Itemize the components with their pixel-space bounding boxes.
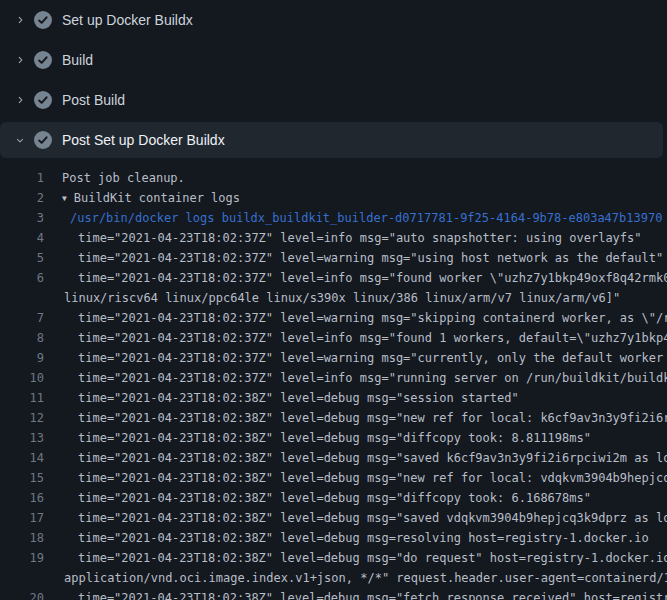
log-line-text: time="2021-04-23T18:02:37Z" level=warnin… — [44, 348, 667, 368]
log-row: 12 time="2021-04-23T18:02:38Z" level=deb… — [0, 408, 667, 428]
log-row: 1 Post job cleanup. — [0, 168, 667, 188]
line-number[interactable]: 9 — [0, 348, 44, 368]
line-number[interactable]: 2 — [0, 188, 44, 208]
log-line-text: time="2021-04-23T18:02:37Z" level=warnin… — [44, 248, 663, 268]
line-number[interactable]: 1 — [0, 168, 44, 188]
log-line-content: time="2021-04-23T18:02:37Z" level=info m… — [78, 271, 667, 285]
log-line-text: Post job cleanup. — [44, 168, 185, 188]
log-line-text: time="2021-04-23T18:02:38Z" level=debug … — [44, 488, 591, 508]
chevron-right-icon — [12, 92, 28, 108]
log-row: 15 time="2021-04-23T18:02:38Z" level=deb… — [0, 468, 667, 488]
line-number[interactable]: 7 — [0, 308, 44, 328]
line-number[interactable]: 5 — [0, 248, 44, 268]
log-line-content: time="2021-04-23T18:02:38Z" level=debug … — [78, 431, 591, 445]
line-number[interactable]: 12 — [0, 408, 44, 428]
log-line-text: linux/riscv64 linux/ppc64le linux/s390x … — [44, 288, 620, 308]
log-line-content: BuildKit container logs — [74, 191, 240, 205]
log-line-content: linux/riscv64 linux/ppc64le linux/s390x … — [64, 291, 620, 305]
line-number[interactable]: 8 — [0, 328, 44, 348]
log-row: 4 time="2021-04-23T18:02:37Z" level=info… — [0, 228, 667, 248]
step-title: Post Build — [62, 92, 125, 108]
step-section-header[interactable]: Build — [0, 40, 667, 80]
line-number[interactable]: 20 — [0, 588, 44, 600]
log-line-text: time="2021-04-23T18:02:38Z" level=debug … — [44, 508, 667, 528]
log-line-text: /usr/bin/docker logs buildx_buildkit_bui… — [44, 208, 662, 228]
log-line-text: time="2021-04-23T18:02:38Z" level=debug … — [44, 428, 591, 448]
log-line-text: time="2021-04-23T18:02:37Z" level=info m… — [44, 368, 667, 388]
line-number[interactable] — [0, 288, 44, 308]
log-line-content: time="2021-04-23T18:02:37Z" level=info m… — [78, 331, 667, 345]
log-line-content: time="2021-04-23T18:02:38Z" level=debug … — [78, 451, 667, 465]
log-line-content: time="2021-04-23T18:02:38Z" level=debug … — [78, 511, 667, 525]
log-row: linux/riscv64 linux/ppc64le linux/s390x … — [0, 288, 667, 308]
log-line-text: time="2021-04-23T18:02:37Z" level=info m… — [44, 268, 667, 288]
line-number[interactable]: 4 — [0, 228, 44, 248]
log-line-text: application/vnd.oci.image.index.v1+json,… — [44, 568, 667, 588]
step-section-header[interactable]: Post Build — [0, 80, 667, 120]
log-line-content: time="2021-04-23T18:02:37Z" level=warnin… — [78, 311, 667, 325]
log-line-content: application/vnd.oci.image.index.v1+json,… — [64, 571, 667, 585]
log-line-content: time="2021-04-23T18:02:38Z" level=debug … — [78, 591, 667, 600]
step-title: Set up Docker Buildx — [62, 12, 193, 28]
log-row: 3 /usr/bin/docker logs buildx_buildkit_b… — [0, 208, 667, 228]
chevron-down-icon — [12, 132, 28, 148]
log-line-content: time="2021-04-23T18:02:37Z" level=warnin… — [78, 251, 663, 265]
log-row: 18 time="2021-04-23T18:02:38Z" level=deb… — [0, 528, 667, 548]
log-line-content: time="2021-04-23T18:02:38Z" level=debug … — [78, 471, 667, 485]
chevron-right-icon — [12, 52, 28, 68]
log-row: 10 time="2021-04-23T18:02:37Z" level=inf… — [0, 368, 667, 388]
line-number[interactable]: 16 — [0, 488, 44, 508]
log-line-content: time="2021-04-23T18:02:38Z" level=debug … — [78, 411, 667, 425]
line-number[interactable]: 18 — [0, 528, 44, 548]
log-line-text: time="2021-04-23T18:02:38Z" level=debug … — [44, 528, 649, 548]
log-line-content: time="2021-04-23T18:02:38Z" level=debug … — [78, 391, 519, 405]
log-line-content: time="2021-04-23T18:02:38Z" level=debug … — [78, 491, 591, 505]
log-row: 20 time="2021-04-23T18:02:38Z" level=deb… — [0, 588, 667, 600]
step-title: Post Set up Docker Buildx — [62, 132, 225, 148]
log-line-content: time="2021-04-23T18:02:37Z" level=warnin… — [78, 351, 667, 365]
log-line-content: Post job cleanup. — [62, 171, 185, 185]
log-row: 13 time="2021-04-23T18:02:38Z" level=deb… — [0, 428, 667, 448]
line-number[interactable]: 11 — [0, 388, 44, 408]
actions-log-viewer: Set up Docker Buildx Build P — [0, 0, 667, 600]
log-line-text: time="2021-04-23T18:02:37Z" level=info m… — [44, 328, 667, 348]
log-row: 16 time="2021-04-23T18:02:38Z" level=deb… — [0, 488, 667, 508]
step-title: Build — [62, 52, 93, 68]
log-line-text: time="2021-04-23T18:02:38Z" level=debug … — [44, 388, 519, 408]
line-number[interactable]: 15 — [0, 468, 44, 488]
log-line-text: time="2021-04-23T18:02:38Z" level=debug … — [44, 408, 667, 428]
log-line-text: time="2021-04-23T18:02:38Z" level=debug … — [44, 588, 667, 600]
line-number[interactable]: 13 — [0, 428, 44, 448]
log-row: 11 time="2021-04-23T18:02:38Z" level=deb… — [0, 388, 667, 408]
log-line-text[interactable]: ▼BuildKit container logs — [44, 188, 240, 208]
log-row: 7 time="2021-04-23T18:02:37Z" level=warn… — [0, 308, 667, 328]
line-number[interactable] — [0, 568, 44, 588]
log-row: 6 time="2021-04-23T18:02:37Z" level=info… — [0, 268, 667, 288]
log-row: 9 time="2021-04-23T18:02:37Z" level=warn… — [0, 348, 667, 368]
caret-down-icon[interactable]: ▼ — [62, 189, 67, 209]
log-line-text: time="2021-04-23T18:02:37Z" level=warnin… — [44, 308, 667, 328]
log-line-content: time="2021-04-23T18:02:37Z" level=info m… — [78, 231, 642, 245]
log-row: 8 time="2021-04-23T18:02:37Z" level=info… — [0, 328, 667, 348]
check-circle-icon — [34, 51, 52, 69]
log-line-content: time="2021-04-23T18:02:38Z" level=debug … — [78, 531, 649, 545]
log-line-content: /usr/bin/docker logs buildx_buildkit_bui… — [70, 211, 662, 225]
log-line-text: time="2021-04-23T18:02:38Z" level=debug … — [44, 468, 667, 488]
log-line-content: time="2021-04-23T18:02:38Z" level=debug … — [78, 551, 667, 565]
line-number[interactable]: 19 — [0, 548, 44, 568]
log-line-text: time="2021-04-23T18:02:38Z" level=debug … — [44, 548, 667, 568]
line-number[interactable]: 17 — [0, 508, 44, 528]
line-number[interactable]: 6 — [0, 268, 44, 288]
line-number[interactable]: 14 — [0, 448, 44, 468]
chevron-right-icon — [12, 12, 28, 28]
log-area: 1 Post job cleanup. 2 ▼BuildKit containe… — [0, 160, 667, 600]
log-row: 19 time="2021-04-23T18:02:38Z" level=deb… — [0, 548, 667, 568]
step-list: Set up Docker Buildx Build P — [0, 0, 667, 158]
check-circle-icon — [34, 11, 52, 29]
line-number[interactable]: 10 — [0, 368, 44, 388]
log-row: application/vnd.oci.image.index.v1+json,… — [0, 568, 667, 588]
step-section-header[interactable]: Post Set up Docker Buildx — [0, 122, 663, 158]
line-number[interactable]: 3 — [0, 208, 44, 228]
step-section-header[interactable]: Set up Docker Buildx — [0, 0, 667, 40]
log-line-text: time="2021-04-23T18:02:37Z" level=info m… — [44, 228, 642, 248]
